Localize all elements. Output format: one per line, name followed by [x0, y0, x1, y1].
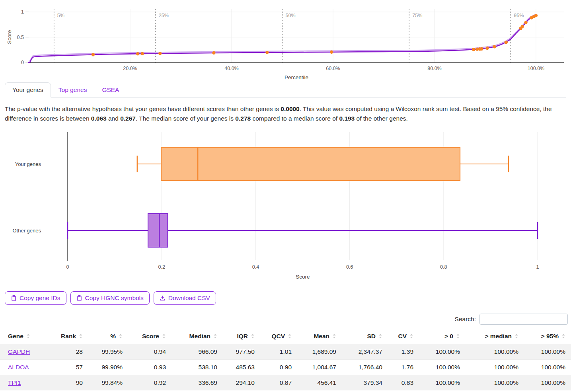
svg-text:Your genes: Your genes [15, 161, 41, 167]
your-gene-dot [265, 51, 269, 54]
column-label: CV [398, 333, 407, 339]
cell-gtmedian: 100.00% [466, 360, 524, 375]
sort-icon[interactable] [332, 333, 336, 339]
sort-icon[interactable] [456, 333, 460, 339]
summary-value: 0.0000 [281, 105, 299, 112]
column-header-iqr[interactable]: IQR [223, 329, 260, 344]
cell-qcv: 1.01 [260, 344, 297, 360]
svg-text:5%: 5% [57, 13, 64, 18]
your-gene-dot [485, 47, 489, 50]
column-header-gt0[interactable]: > 0 [419, 329, 466, 344]
column-header-sd[interactable]: SD [342, 329, 388, 344]
box-your-genes [161, 147, 460, 181]
gene-link[interactable]: TPI1 [8, 379, 21, 386]
sort-icon[interactable] [561, 333, 565, 339]
gene-link[interactable]: GAPDH [8, 348, 30, 355]
svg-text:0.8: 0.8 [440, 264, 447, 270]
svg-text:0.5: 0.5 [17, 35, 24, 40]
your-gene-dot [212, 51, 215, 55]
svg-text:0.4: 0.4 [252, 264, 259, 270]
column-label: Score [142, 333, 159, 339]
column-header-rank[interactable]: Rank [52, 329, 88, 344]
clipboard-icon [11, 295, 17, 301]
cell-iqr: 977.50 [223, 344, 260, 360]
column-label: SD [367, 333, 376, 339]
your-gene-dot [505, 41, 508, 44]
column-header-pct[interactable]: % [88, 329, 128, 344]
summary-value: 0.193 [339, 115, 355, 122]
svg-text:Other genes: Other genes [12, 228, 41, 234]
svg-text:25%: 25% [159, 13, 169, 18]
sort-icon[interactable] [162, 333, 166, 339]
column-label: Median [189, 333, 210, 339]
your-gene-dot [524, 21, 527, 24]
gene-link[interactable]: ALDOA [8, 364, 29, 371]
tab-bar: Your genes Top genes GSEA [5, 82, 566, 98]
column-header-qcv[interactable]: QCV [260, 329, 297, 344]
column-label: > median [485, 333, 512, 339]
sort-icon[interactable] [79, 333, 83, 339]
tab-your-genes[interactable]: Your genes [5, 82, 51, 98]
sort-icon[interactable] [26, 333, 30, 339]
cell-gt95: 100.00% [524, 360, 571, 375]
cell-score: 0.92 [128, 375, 171, 391]
cell-gene: ALDOA [0, 360, 52, 375]
gene-results-table: GeneRank%ScoreMedianIQRQCVMeanSDCV> 0> m… [0, 329, 571, 390]
column-header-gtmedian[interactable]: > median [466, 329, 524, 344]
search-input[interactable] [479, 314, 568, 325]
cell-pct: 99.95% [88, 344, 128, 360]
your-gene-dot [136, 52, 139, 55]
svg-text:20.0%: 20.0% [123, 66, 137, 71]
cell-gt0: 100.00% [419, 360, 466, 375]
sort-icon[interactable] [213, 333, 217, 339]
svg-text:100.0%: 100.0% [528, 66, 544, 71]
search-row: Search: [0, 314, 568, 325]
column-header-mean[interactable]: Mean [297, 329, 342, 344]
cell-pct: 99.84% [88, 375, 128, 391]
sort-icon[interactable] [251, 333, 255, 339]
tab-gsea[interactable]: GSEA [94, 82, 127, 98]
svg-text:95%: 95% [514, 13, 524, 18]
box-other-genes [148, 214, 168, 247]
download-csv-button[interactable]: Download CSV [154, 291, 216, 305]
cell-iqr: 294.10 [223, 375, 260, 391]
sort-icon[interactable] [514, 333, 518, 339]
cell-score: 0.93 [128, 360, 171, 375]
cell-median: 966.09 [171, 344, 223, 360]
your-gene-dot [158, 52, 162, 55]
summary-text: of the other genes. [355, 115, 408, 122]
copy-hgnc-symbols-button[interactable]: Copy HGNC symbols [70, 291, 150, 305]
copy-gene-ids-button[interactable]: Copy gene IDs [5, 291, 66, 305]
cell-median: 538.10 [171, 360, 223, 375]
column-header-cv[interactable]: CV [388, 329, 419, 344]
table-row: GAPDH2899.95%0.94966.09977.501.011,689.0… [0, 344, 571, 360]
column-header-score[interactable]: Score [128, 329, 171, 344]
column-label: % [110, 333, 116, 339]
cell-iqr: 485.63 [223, 360, 260, 375]
cell-mean: 1,689.09 [297, 344, 342, 360]
svg-text:Score: Score [6, 30, 12, 44]
tab-top-genes[interactable]: Top genes [51, 82, 95, 98]
cell-mean: 456.41 [297, 375, 342, 391]
cell-gtmedian: 100.00% [466, 344, 524, 360]
cell-sd: 379.34 [342, 375, 388, 391]
table-row: TPI19099.84%0.92336.69294.100.87456.4137… [0, 375, 571, 391]
sort-icon[interactable] [378, 333, 382, 339]
sort-icon[interactable] [409, 333, 413, 339]
button-label: Download CSV [168, 294, 210, 302]
svg-text:50%: 50% [286, 13, 296, 18]
table-row: ALDOA5799.90%0.93538.10485.630.901,004.6… [0, 360, 571, 375]
sort-icon[interactable] [119, 333, 123, 339]
your-gene-dot [520, 25, 524, 28]
cell-cv: 0.83 [388, 375, 419, 391]
your-gene-dot [472, 48, 475, 51]
svg-text:40.0%: 40.0% [224, 66, 238, 71]
sort-icon[interactable] [288, 333, 292, 339]
column-header-gt95[interactable]: > 95% [524, 329, 571, 344]
svg-text:0: 0 [66, 264, 69, 270]
column-header-median[interactable]: Median [171, 329, 223, 344]
cell-gtmedian: 100.00% [466, 375, 524, 391]
column-header-gene[interactable]: Gene [0, 329, 52, 344]
svg-text:75%: 75% [412, 13, 422, 18]
cell-rank: 28 [52, 344, 88, 360]
